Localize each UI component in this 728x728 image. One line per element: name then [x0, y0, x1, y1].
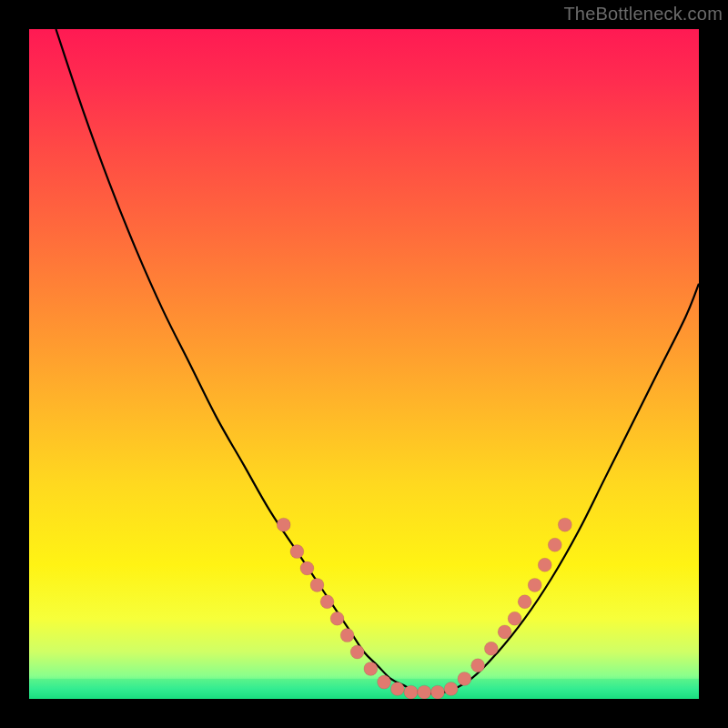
- chart-marker: [528, 578, 541, 592]
- chart-marker: [430, 685, 444, 699]
- chart-marker: [508, 612, 521, 625]
- chart-plateau-band: [29, 679, 699, 699]
- chart-marker: [320, 595, 334, 609]
- svg-rect-0: [29, 679, 699, 699]
- chart-marker: [471, 659, 485, 672]
- chart-plot-area: [29, 29, 699, 699]
- chart-marker: [277, 518, 290, 531]
- chart-marker: [390, 682, 404, 695]
- chart-marker: [418, 685, 431, 699]
- chart-marker: [538, 558, 551, 571]
- chart-marker: [300, 561, 314, 575]
- chart-marker: [310, 578, 324, 592]
- chart-background-gradient: [29, 29, 699, 699]
- chart-marker: [330, 612, 344, 625]
- chart-marker: [378, 675, 391, 689]
- chart-marker: [364, 662, 378, 675]
- chart-marker: [498, 625, 511, 639]
- chart-svg: [29, 29, 699, 699]
- chart-marker: [350, 645, 364, 659]
- watermark-text: TheBottleneck.com: [563, 4, 723, 25]
- chart-marker: [458, 672, 471, 685]
- chart-marker: [558, 518, 571, 531]
- chart-marker: [290, 545, 304, 559]
- chart-marker: [340, 629, 354, 642]
- chart-marker: [404, 685, 418, 699]
- chart-marker: [548, 538, 561, 551]
- chart-frame: TheBottleneck.com: [0, 0, 728, 728]
- chart-marker: [444, 682, 458, 695]
- chart-marker: [484, 642, 498, 655]
- chart-marker: [518, 595, 531, 609]
